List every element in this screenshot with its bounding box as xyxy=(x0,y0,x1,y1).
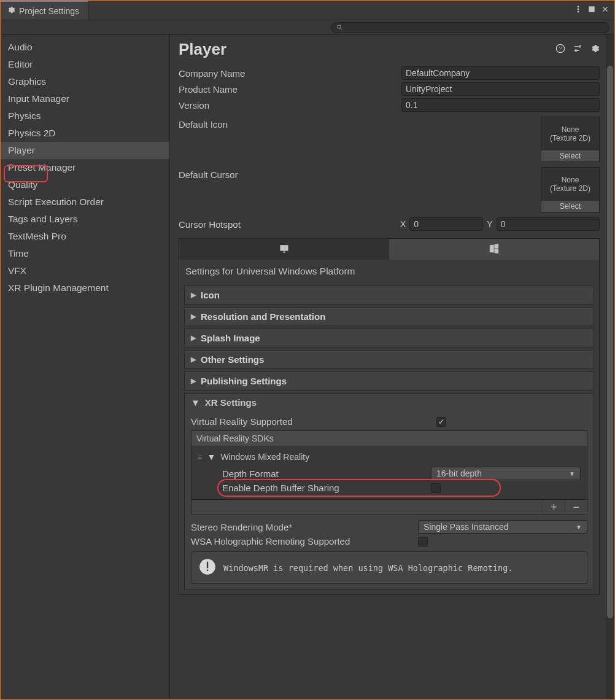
company-name-input[interactable]: DefaultCompany xyxy=(401,66,600,80)
main-panel: Player ? Company Name DefaultCompany xyxy=(170,35,606,699)
search-icon xyxy=(336,23,343,33)
add-sdk-button[interactable]: + xyxy=(543,500,565,515)
xr-settings-section: ▼ XR Settings Virtual Reality Supported … xyxy=(184,393,594,589)
sidebar-item-physics[interactable]: Physics xyxy=(1,107,169,125)
default-icon-picker[interactable]: None (Texture 2D) Select xyxy=(541,117,600,162)
svg-rect-12 xyxy=(207,570,208,571)
sdk-item-wmr[interactable]: ≡ ▼ Windows Mixed Reality xyxy=(198,449,581,464)
sidebar-item-tags-and-layers[interactable]: Tags and Layers xyxy=(1,211,169,228)
tab-standalone[interactable] xyxy=(179,239,389,260)
hotspot-y-input[interactable]: 0 xyxy=(497,217,600,231)
scrollbar-thumb[interactable] xyxy=(607,66,613,618)
depth-format-dropdown[interactable]: 16-bit depth ▼ xyxy=(431,467,581,480)
sidebar-item-textmesh-pro[interactable]: TextMesh Pro xyxy=(1,228,169,245)
sidebar-item-graphics[interactable]: Graphics xyxy=(1,73,169,90)
kebab-menu-icon[interactable] xyxy=(574,5,582,15)
xr-settings-header[interactable]: ▼ XR Settings xyxy=(185,394,594,411)
default-cursor-picker[interactable]: None (Texture 2D) Select xyxy=(541,167,600,212)
presets-icon[interactable] xyxy=(573,44,582,55)
platform-box: Settings for Universal Windows Platform … xyxy=(179,238,600,595)
warning-icon xyxy=(199,558,216,577)
default-icon-label: Default Icon xyxy=(179,117,396,130)
svg-text:?: ? xyxy=(559,45,562,52)
sidebar-item-script-execution-order[interactable]: Script Execution Order xyxy=(1,193,169,211)
wsa-remoting-checkbox[interactable] xyxy=(418,537,428,546)
triangle-down-icon: ▼ xyxy=(191,397,200,408)
enable-depth-label: Enable Depth Buffer Sharing xyxy=(222,483,431,493)
texture-none-text: None xyxy=(562,125,579,134)
sidebar-item-preset-manager[interactable]: Preset Manager xyxy=(1,159,169,176)
foldout-other-settings[interactable]: ▶Other Settings xyxy=(184,350,594,369)
search-row xyxy=(1,20,614,35)
search-input[interactable] xyxy=(331,22,609,33)
sidebar-item-editor[interactable]: Editor xyxy=(1,56,169,73)
version-label: Version xyxy=(179,100,396,111)
tab-project-settings[interactable]: Project Settings xyxy=(1,1,88,20)
close-icon[interactable] xyxy=(601,5,609,15)
foldout-splash-image[interactable]: ▶Splash Image xyxy=(184,329,594,348)
maximize-icon[interactable] xyxy=(587,5,596,15)
monitor-icon xyxy=(279,243,290,256)
stereo-mode-value: Single Pass Instanced xyxy=(424,522,509,532)
help-icon[interactable]: ? xyxy=(555,44,565,55)
svg-rect-3 xyxy=(589,7,594,12)
sdk-item-label: Windows Mixed Reality xyxy=(220,452,309,462)
foldout-label: Other Settings xyxy=(201,354,264,365)
default-cursor-select[interactable]: Select xyxy=(541,201,599,212)
sidebar-item-player[interactable]: Player xyxy=(1,142,169,159)
version-input[interactable]: 0.1 xyxy=(401,98,600,112)
svg-rect-9 xyxy=(280,245,288,250)
vr-supported-checkbox[interactable] xyxy=(436,417,446,427)
triangle-right-icon: ▶ xyxy=(191,334,196,342)
svg-point-4 xyxy=(338,25,341,28)
texture-none-text: None xyxy=(562,176,579,184)
sidebar-item-physics-2d[interactable]: Physics 2D xyxy=(1,125,169,142)
svg-point-0 xyxy=(578,6,579,7)
drag-handle-icon[interactable]: ≡ xyxy=(198,453,203,462)
warning-text: WindowsMR is required when using WSA Hol… xyxy=(223,563,512,573)
titlebar: Project Settings xyxy=(1,1,614,20)
foldout-resolution-and-presentation[interactable]: ▶Resolution and Presentation xyxy=(184,307,594,326)
product-name-input[interactable]: UnityProject xyxy=(401,82,600,96)
sidebar-item-xr-plugin-management[interactable]: XR Plugin Management xyxy=(1,279,169,297)
svg-point-1 xyxy=(578,9,579,10)
gear-icon xyxy=(7,6,15,16)
foldout-icon[interactable]: ▶Icon xyxy=(184,286,594,305)
hotspot-x-input[interactable]: 0 xyxy=(409,217,483,231)
texture-type-text: (Texture 2D) xyxy=(550,184,590,193)
sidebar-item-quality[interactable]: Quality xyxy=(1,176,169,193)
sidebar-item-input-manager[interactable]: Input Manager xyxy=(1,90,169,107)
sidebar-item-vfx[interactable]: VFX xyxy=(1,262,169,279)
svg-point-2 xyxy=(578,11,579,12)
wsa-remoting-label: WSA Holographic Remoting Supported xyxy=(191,536,418,546)
triangle-right-icon: ▶ xyxy=(191,356,196,364)
tab-uwp[interactable] xyxy=(389,239,599,260)
default-cursor-label: Default Cursor xyxy=(179,167,396,180)
triangle-down-icon: ▼ xyxy=(207,452,216,462)
sidebar-item-time[interactable]: Time xyxy=(1,245,169,262)
svg-point-7 xyxy=(579,45,581,47)
triangle-right-icon: ▶ xyxy=(191,291,196,299)
chevron-down-icon: ▼ xyxy=(576,524,582,531)
triangle-right-icon: ▶ xyxy=(191,377,196,385)
platform-settings-title: Settings for Universal Windows Platform xyxy=(179,260,599,283)
enable-depth-checkbox[interactable] xyxy=(431,483,441,493)
page-title: Player xyxy=(179,40,226,59)
foldout-publishing-settings[interactable]: ▶Publishing Settings xyxy=(184,371,594,391)
remove-sdk-button[interactable]: − xyxy=(565,500,587,515)
foldout-label: Icon xyxy=(201,290,220,300)
depth-format-label: Depth Format xyxy=(222,469,431,479)
scrollbar[interactable] xyxy=(606,35,614,699)
windows-icon xyxy=(489,243,500,256)
settings-icon[interactable] xyxy=(590,44,600,55)
stereo-mode-dropdown[interactable]: Single Pass Instanced ▼ xyxy=(418,520,587,534)
hotspot-x-label: X xyxy=(400,219,406,229)
sidebar-item-audio[interactable]: Audio xyxy=(1,39,169,56)
texture-type-text: (Texture 2D) xyxy=(550,134,590,142)
warning-box: WindowsMR is required when using WSA Hol… xyxy=(191,551,587,584)
default-icon-select[interactable]: Select xyxy=(541,150,599,161)
triangle-right-icon: ▶ xyxy=(191,313,196,321)
chevron-down-icon: ▼ xyxy=(569,470,575,477)
tab-title: Project Settings xyxy=(19,6,79,16)
vr-sdks-title: Virtual Reality SDKs xyxy=(191,431,587,446)
